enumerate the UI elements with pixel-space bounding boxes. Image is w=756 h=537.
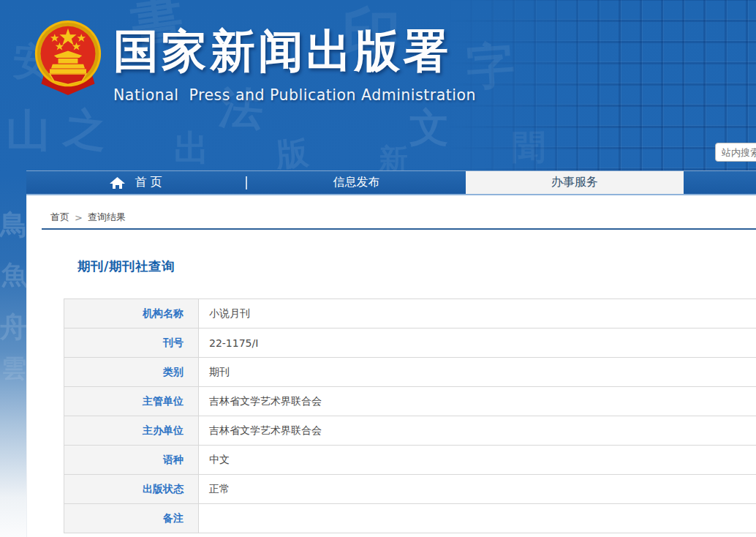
nav-filler — [684, 171, 756, 194]
row-value: 正常 — [199, 475, 756, 504]
row-value: 吉林省文学艺术界联合会 — [199, 387, 756, 416]
row-label: 刊号 — [64, 328, 199, 358]
breadcrumb-separator: > — [75, 212, 83, 223]
row-value: 期刊 — [199, 358, 756, 387]
row-value: 中文 — [199, 446, 756, 475]
main-nav: 首 页 信息发布 办事服务 — [26, 170, 756, 195]
breadcrumb-divider — [42, 228, 756, 230]
row-label: 出版状态 — [64, 475, 199, 504]
site-banner: 国家新闻出版署 National Press and Publication A… — [113, 20, 476, 104]
row-label: 备注 — [64, 504, 199, 533]
row-label: 语种 — [64, 446, 199, 475]
breadcrumb-current: 查询结果 — [88, 211, 126, 224]
table-row: 备注 — [64, 504, 756, 533]
home-icon — [110, 177, 125, 189]
row-value — [199, 504, 756, 533]
page-title: 期刊/期刊社查询 — [78, 258, 175, 275]
row-label: 主办单位 — [64, 416, 199, 446]
table-row: 主办单位 吉林省文学艺术界联合会 — [64, 416, 756, 446]
row-value: 小说月刊 — [199, 299, 756, 328]
table-row: 机构名称 小说月刊 — [64, 299, 756, 328]
site-header: 国家新闻出版署 National Press and Publication A… — [0, 0, 756, 170]
table-row: 主管单位 吉林省文学艺术界联合会 — [64, 387, 756, 416]
row-value: 22-1175/I — [199, 328, 756, 358]
nav-item-home[interactable]: 首 页 — [26, 171, 246, 194]
nav-item-info[interactable]: 信息发布 — [247, 171, 466, 194]
row-label: 主管单位 — [64, 387, 199, 416]
site-subtitle: National Press and Publication Administr… — [113, 86, 476, 104]
site-search-input[interactable] — [715, 143, 756, 162]
query-result-table: 机构名称 小说月刊 刊号 22-1175/I 类别 期刊 主管单位 吉林省文学艺… — [64, 298, 756, 533]
content-panel: 首页 > 查询结果 期刊/期刊社查询 机构名称 小说月刊 刊号 22-1175/… — [26, 195, 756, 537]
table-row: 语种 中文 — [64, 446, 756, 475]
table-row: 类别 期刊 — [64, 358, 756, 387]
site-title[interactable]: 国家新闻出版署 — [113, 20, 476, 82]
nav-info-label: 信息发布 — [333, 175, 380, 190]
row-label: 机构名称 — [64, 299, 199, 328]
row-value: 吉林省文学艺术界联合会 — [199, 416, 756, 446]
table-row: 出版状态 正常 — [64, 475, 756, 504]
table-row: 刊号 22-1175/I — [64, 328, 756, 358]
nav-services-label: 办事服务 — [551, 175, 598, 190]
breadcrumb: 首页 > 查询结果 — [50, 211, 126, 224]
breadcrumb-home-link[interactable]: 首页 — [50, 211, 69, 224]
nav-home-label: 首 页 — [135, 175, 162, 190]
national-emblem-icon — [33, 19, 103, 97]
nav-tab-services[interactable]: 办事服务 — [466, 171, 684, 194]
row-label: 类别 — [64, 358, 199, 387]
